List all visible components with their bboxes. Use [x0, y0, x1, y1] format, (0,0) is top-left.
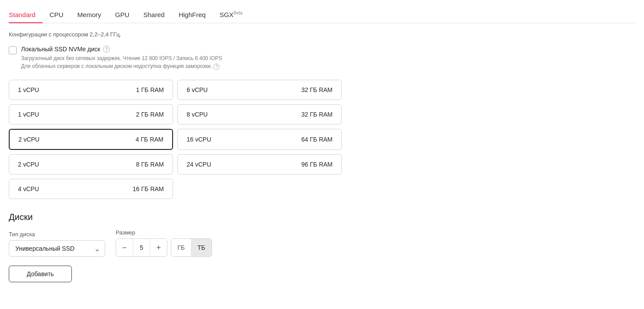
config-ram-0: 1 ГБ RAM	[136, 86, 164, 93]
config-card-7[interactable]: 24 vCPU96 ГБ RAM	[177, 154, 342, 174]
tab-cpu[interactable]: CPU	[42, 7, 71, 23]
config-vcpu-4: 2 vCPU	[18, 136, 39, 143]
config-card-5[interactable]: 16 vCPU64 ГБ RAM	[177, 129, 342, 150]
config-ram-4: 4 ГБ RAM	[136, 136, 163, 143]
config-vcpu-0: 1 vCPU	[18, 86, 39, 93]
disk-type-select[interactable]: Универсальный SSD Быстрый SSD Сетевой HD…	[9, 240, 105, 257]
tab-bar: Standard CPU Memory GPU Shared HighFreq …	[9, 0, 635, 23]
disk-type-select-wrapper: Универсальный SSD Быстрый SSD Сетевой HD…	[9, 240, 105, 257]
config-vcpu-5: 16 vCPU	[187, 136, 211, 143]
unit-gb-button[interactable]: ГБ	[171, 239, 191, 256]
config-card-6[interactable]: 2 vCPU8 ГБ RAM	[9, 154, 173, 174]
config-ram-5: 64 ГБ RAM	[301, 136, 333, 143]
config-ram-1: 32 ГБ RAM	[301, 86, 333, 93]
config-vcpu-1: 6 vCPU	[187, 86, 208, 93]
tab-gpu[interactable]: GPU	[108, 7, 137, 23]
config-card-2[interactable]: 1 vCPU2 ГБ RAM	[9, 104, 173, 124]
tab-memory[interactable]: Memory	[71, 7, 108, 23]
disk-size-stepper: − +	[116, 238, 167, 257]
nvme-label-group: Локальный SSD NVMe диск ? Загрузочный ди…	[21, 46, 222, 70]
disk-size-label: Размер	[116, 229, 212, 236]
tab-standard[interactable]: Standard	[9, 7, 42, 23]
config-ram-3: 32 ГБ RAM	[301, 111, 333, 118]
config-ram-6: 8 ГБ RAM	[136, 161, 164, 168]
config-card-1[interactable]: 6 vCPU32 ГБ RAM	[177, 80, 342, 100]
nvme-help-icon[interactable]: ?	[103, 46, 110, 53]
tab-highfreq[interactable]: HighFreq	[172, 7, 213, 23]
nvme-desc: Загрузочный диск без сетевых задержек. Ч…	[21, 54, 222, 70]
disk-size-row: − + ГБ ТБ	[116, 238, 212, 257]
disk-type-label: Тип диска	[9, 231, 105, 238]
disks-section-title: Диски	[9, 212, 635, 222]
config-vcpu-3: 8 vCPU	[187, 111, 208, 118]
config-vcpu-8: 4 vCPU	[18, 185, 39, 192]
disk-form: Тип диска Универсальный SSD Быстрый SSD …	[9, 229, 635, 257]
stepper-minus-button[interactable]: −	[116, 239, 133, 256]
config-card-4[interactable]: 2 vCPU4 ГБ RAM	[9, 129, 173, 150]
config-vcpu-6: 2 vCPU	[18, 161, 39, 168]
config-ram-8: 16 ГБ RAM	[133, 185, 164, 192]
config-vcpu-2: 1 vCPU	[18, 111, 39, 118]
config-card-0[interactable]: 1 vCPU1 ГБ RAM	[9, 80, 173, 100]
tab-sgx[interactable]: SGXBeta	[212, 6, 249, 23]
config-grid: 1 vCPU1 ГБ RAM6 vCPU32 ГБ RAM1 vCPU2 ГБ …	[9, 80, 635, 199]
config-card-8[interactable]: 4 vCPU16 ГБ RAM	[9, 179, 173, 199]
add-disk-button[interactable]: Добавить	[9, 266, 72, 282]
disk-size-group: Размер − + ГБ ТБ	[116, 229, 212, 257]
nvme-help-icon-2[interactable]: ?	[213, 64, 219, 70]
config-vcpu-7: 24 vCPU	[187, 161, 211, 168]
unit-toggle: ГБ ТБ	[171, 238, 212, 257]
config-ram-7: 96 ГБ RAM	[301, 161, 333, 168]
nvme-checkbox[interactable]	[9, 46, 17, 54]
stepper-value-input[interactable]	[133, 239, 150, 256]
config-subtitle: Конфигурации с процессором 2,2–2,4 ГГц.	[9, 31, 635, 38]
stepper-plus-button[interactable]: +	[150, 239, 167, 256]
unit-tb-button[interactable]: ТБ	[191, 239, 212, 256]
config-card-3[interactable]: 8 vCPU32 ГБ RAM	[177, 104, 342, 124]
disk-type-group: Тип диска Универсальный SSD Быстрый SSD …	[9, 231, 105, 257]
nvme-option: Локальный SSD NVMe диск ? Загрузочный ди…	[9, 46, 635, 70]
tab-shared[interactable]: Shared	[136, 7, 171, 23]
nvme-label: Локальный SSD NVMe диск ?	[21, 46, 222, 53]
config-ram-2: 2 ГБ RAM	[136, 111, 164, 118]
